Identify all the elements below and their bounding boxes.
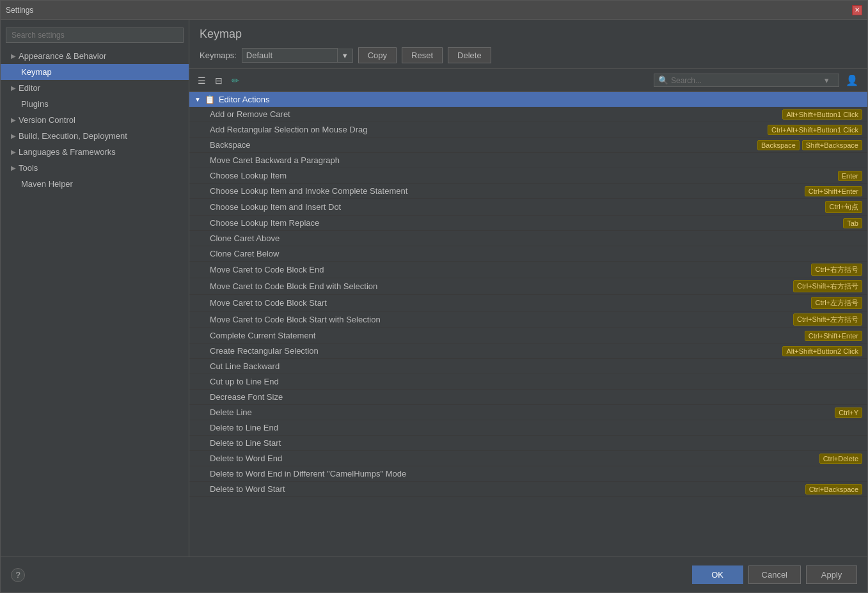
action-row[interactable]: Move Caret to Code Block EndCtrl+右方括号 bbox=[189, 262, 867, 278]
action-row[interactable]: Move Caret to Code Block StartCtrl+左方括号 bbox=[189, 295, 867, 312]
action-shortcuts: Tab bbox=[843, 218, 862, 228]
cancel-button[interactable]: Cancel bbox=[748, 565, 801, 584]
sidebar-item-tools[interactable]: ▶ Tools bbox=[1, 160, 189, 176]
sidebar: ▶ Appearance & Behavior Keymap ▶ Editor … bbox=[1, 20, 189, 557]
action-shortcuts: Ctrl+Backspace bbox=[805, 484, 862, 494]
keymap-select[interactable]: Default Eclipse Emacs Visual Studio bbox=[242, 48, 338, 63]
user-icon-button[interactable]: 👤 bbox=[842, 73, 862, 88]
window-title: Settings bbox=[6, 6, 852, 15]
sidebar-item-label: Version Control bbox=[19, 115, 75, 125]
action-row[interactable]: Complete Current StatementCtrl+Shift+Ent… bbox=[189, 328, 867, 344]
shortcut-badge: Tab bbox=[843, 218, 862, 228]
ok-button[interactable]: OK bbox=[692, 565, 743, 584]
action-row[interactable]: Move Caret Backward a Paragraph bbox=[189, 153, 867, 168]
toolbar-search: 🔍 ▾ bbox=[654, 74, 839, 87]
group-arrow-icon: ▼ bbox=[194, 96, 201, 103]
sidebar-item-keymap[interactable]: Keymap bbox=[1, 64, 189, 80]
action-shortcuts: Ctrl+Shift+Enter bbox=[805, 186, 862, 196]
action-row[interactable]: Choose Lookup Item and Invoke Complete S… bbox=[189, 184, 867, 199]
action-row[interactable]: Add Rectangular Selection on Mouse DragC… bbox=[189, 122, 867, 138]
action-name: Add or Remove Caret bbox=[210, 109, 782, 119]
shortcut-badge: Ctrl+右方括号 bbox=[811, 264, 862, 276]
action-row[interactable]: Cut Line Backward bbox=[189, 359, 867, 374]
panel-title: Keymap bbox=[200, 28, 857, 41]
action-row[interactable]: Clone Caret Below bbox=[189, 246, 867, 262]
action-name: Choose Lookup Item Replace bbox=[210, 218, 843, 228]
action-shortcuts: Ctrl+右方括号 bbox=[811, 264, 862, 276]
sidebar-item-maven-helper[interactable]: Maven Helper bbox=[1, 176, 189, 192]
arrow-icon: ▶ bbox=[11, 84, 16, 91]
shortcut-badge: Ctrl+Shift+左方括号 bbox=[793, 313, 862, 326]
sidebar-item-label: Keymap bbox=[21, 67, 52, 77]
expand-all-button[interactable]: ☰ bbox=[194, 74, 209, 88]
copy-button[interactable]: Copy bbox=[358, 47, 397, 63]
keymap-dropdown-btn[interactable]: ▼ bbox=[338, 49, 353, 63]
sidebar-search-input[interactable] bbox=[6, 28, 184, 43]
arrow-icon: ▶ bbox=[11, 164, 16, 171]
editor-actions-group[interactable]: ▼ 📋 Editor Actions bbox=[189, 92, 867, 107]
sidebar-item-label: Editor bbox=[19, 83, 40, 93]
action-row[interactable]: Move Caret to Code Block End with Select… bbox=[189, 278, 867, 295]
action-name: Add Rectangular Selection on Mouse Drag bbox=[210, 125, 768, 134]
sidebar-item-build[interactable]: ▶ Build, Execution, Deployment bbox=[1, 128, 189, 144]
action-row[interactable]: Delete to Line Start bbox=[189, 436, 867, 451]
help-button[interactable]: ? bbox=[11, 568, 25, 582]
sidebar-item-appearance[interactable]: ▶ Appearance & Behavior bbox=[1, 48, 189, 64]
sidebar-item-languages[interactable]: ▶ Languages & Frameworks bbox=[1, 144, 189, 160]
apply-button[interactable]: Apply bbox=[806, 565, 857, 584]
reset-button[interactable]: Reset bbox=[402, 47, 443, 63]
close-button[interactable]: ✕ bbox=[852, 5, 862, 15]
edit-button[interactable]: ✏ bbox=[228, 74, 242, 88]
collapse-all-button[interactable]: ⊟ bbox=[212, 74, 226, 88]
search-options-button[interactable]: ▾ bbox=[825, 75, 829, 85]
action-row[interactable]: Delete LineCtrl+Y bbox=[189, 405, 867, 420]
sidebar-item-plugins[interactable]: Plugins bbox=[1, 96, 189, 112]
sidebar-item-label: Maven Helper bbox=[21, 179, 73, 189]
delete-button[interactable]: Delete bbox=[448, 47, 491, 63]
action-shortcuts: Alt+Shift+Button2 Click bbox=[782, 346, 862, 356]
action-shortcuts: Ctrl+Alt+Shift+Button1 Click bbox=[768, 125, 862, 135]
action-row[interactable]: Add or Remove CaretAlt+Shift+Button1 Cli… bbox=[189, 107, 867, 122]
user-icon: 👤 bbox=[846, 75, 858, 86]
sidebar-item-label: Appearance & Behavior bbox=[19, 51, 106, 61]
action-row[interactable]: Clone Caret Above bbox=[189, 231, 867, 246]
arrow-icon: ▶ bbox=[11, 132, 16, 139]
action-row[interactable]: Choose Lookup Item and Insert DotCtrl+句点 bbox=[189, 199, 867, 216]
collapse-all-icon: ⊟ bbox=[215, 75, 223, 86]
action-row[interactable]: Move Caret to Code Block Start with Sele… bbox=[189, 312, 867, 328]
action-row[interactable]: Delete to Line End bbox=[189, 420, 867, 436]
action-name: Cut Line Backward bbox=[210, 361, 862, 371]
action-row[interactable]: BackspaceBackspaceShift+Backspace bbox=[189, 138, 867, 153]
sidebar-item-label: Tools bbox=[19, 163, 38, 173]
shortcut-badge: Backspace bbox=[757, 140, 800, 150]
action-row[interactable]: Choose Lookup Item ReplaceTab bbox=[189, 216, 867, 231]
shortcut-badge: Ctrl+左方括号 bbox=[811, 297, 862, 309]
action-shortcuts: Ctrl+Delete bbox=[819, 454, 862, 464]
action-row[interactable]: Delete to Word StartCtrl+Backspace bbox=[189, 482, 867, 497]
action-shortcuts: Ctrl+Y bbox=[835, 407, 862, 418]
arrow-icon: ▶ bbox=[11, 52, 16, 59]
action-name: Move Caret Backward a Paragraph bbox=[210, 155, 862, 165]
action-row[interactable]: Delete to Word End in Different "CamelHu… bbox=[189, 466, 867, 482]
sidebar-item-version-control[interactable]: ▶ Version Control bbox=[1, 112, 189, 128]
actions-list[interactable]: ▼ 📋 Editor Actions Add or Remove CaretAl… bbox=[189, 92, 867, 557]
group-label: Editor Actions bbox=[219, 95, 270, 104]
action-row[interactable]: Create Rectangular SelectionAlt+Shift+Bu… bbox=[189, 344, 867, 359]
sidebar-item-editor[interactable]: ▶ Editor bbox=[1, 80, 189, 96]
arrow-icon: ▶ bbox=[11, 116, 16, 123]
action-row[interactable]: Decrease Font Size bbox=[189, 390, 867, 405]
action-row[interactable]: Delete to Word EndCtrl+Delete bbox=[189, 451, 867, 466]
shortcut-badge: Alt+Shift+Button1 Click bbox=[782, 109, 862, 120]
keymap-select-wrap: Default Eclipse Emacs Visual Studio ▼ bbox=[242, 48, 353, 63]
action-row[interactable]: Choose Lookup ItemEnter bbox=[189, 168, 867, 184]
action-row[interactable]: Cut up to Line End bbox=[189, 374, 867, 390]
search-input[interactable] bbox=[671, 76, 825, 85]
sidebar-item-label: Build, Execution, Deployment bbox=[19, 131, 127, 141]
group-folder-icon: 📋 bbox=[205, 95, 215, 104]
action-name: Backspace bbox=[210, 140, 757, 150]
shortcut-badge: Enter bbox=[838, 171, 862, 181]
action-name: Cut up to Line End bbox=[210, 377, 862, 386]
action-shortcuts: Ctrl+左方括号 bbox=[811, 297, 862, 309]
action-name: Choose Lookup Item and Insert Dot bbox=[210, 202, 825, 212]
action-name: Complete Current Statement bbox=[210, 331, 805, 340]
